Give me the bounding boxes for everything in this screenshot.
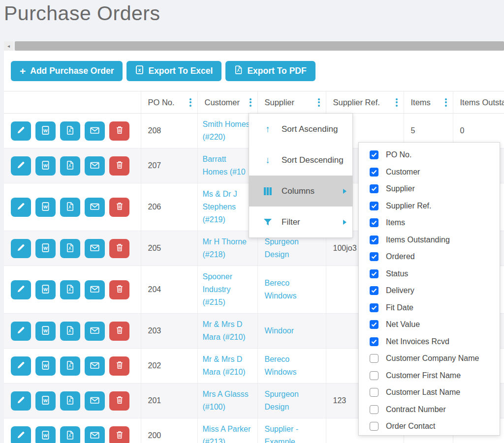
- customer-link[interactable]: Mrs A Glasss (#100): [203, 390, 249, 411]
- menu-item-filter[interactable]: Filter: [249, 207, 352, 237]
- unchecked-checkbox-icon[interactable]: [370, 371, 378, 380]
- row-delete-button[interactable]: [109, 156, 129, 176]
- column-toggle-po-no-[interactable]: PO No.: [359, 147, 500, 164]
- row-word-button[interactable]: W: [35, 198, 56, 217]
- row-word-button[interactable]: W: [35, 280, 56, 299]
- horizontal-scrollbar[interactable]: ◂: [4, 41, 504, 51]
- row-word-button[interactable]: W: [35, 391, 56, 411]
- row-edit-button[interactable]: [11, 280, 31, 299]
- unchecked-checkbox-icon[interactable]: [370, 388, 378, 397]
- row-delete-button[interactable]: [109, 239, 129, 258]
- row-email-button[interactable]: [85, 280, 105, 299]
- row-delete-button[interactable]: [109, 426, 129, 443]
- column-toggle-customer-company-name[interactable]: Customer Company Name: [359, 350, 500, 367]
- column-toggle-customer-first-name[interactable]: Customer First Name: [359, 367, 500, 384]
- row-pdf-button[interactable]: [60, 280, 80, 299]
- column-toggle-order-contact[interactable]: Order Contact: [359, 418, 500, 435]
- row-pdf-button[interactable]: [60, 356, 80, 376]
- customer-link[interactable]: Mr & Mrs D Mara (#210): [203, 320, 246, 341]
- unchecked-checkbox-icon[interactable]: [370, 405, 378, 414]
- column-toggle-items[interactable]: Items: [359, 214, 500, 232]
- row-pdf-button[interactable]: [60, 322, 80, 341]
- checked-checkbox-icon[interactable]: [370, 337, 378, 346]
- customer-link[interactable]: Spooner Industry (#215): [203, 272, 233, 306]
- checked-checkbox-icon[interactable]: [370, 150, 378, 159]
- column-toggle-net-value[interactable]: Net Value: [359, 316, 500, 333]
- supplier-link[interactable]: Bereco Windows: [265, 279, 297, 300]
- customer-link[interactable]: Ms & Dr J Stephens (#219): [203, 190, 237, 224]
- row-pdf-button[interactable]: [60, 156, 80, 176]
- supplier-link[interactable]: Spurgeon Design: [265, 237, 299, 259]
- row-email-button[interactable]: [85, 239, 105, 258]
- supplier-link[interactable]: Bereco Windows: [265, 355, 297, 376]
- scrollbar-thumb[interactable]: [15, 41, 504, 51]
- menu-item-sort-descending[interactable]: ↓Sort Descending: [249, 145, 352, 176]
- row-word-button[interactable]: W: [35, 121, 56, 141]
- row-edit-button[interactable]: [11, 121, 31, 141]
- row-delete-button[interactable]: [109, 391, 129, 411]
- checked-checkbox-icon[interactable]: [370, 286, 378, 295]
- row-word-button[interactable]: W: [35, 426, 56, 443]
- column-menu-kebab-icon[interactable]: [395, 97, 399, 108]
- export-to-pdf-button[interactable]: Export To PDF: [225, 61, 315, 81]
- column-toggle-supplier-ref-[interactable]: Supplier Ref.: [359, 198, 500, 215]
- row-delete-button[interactable]: [109, 198, 129, 217]
- supplier-link[interactable]: Spurgeon Design: [265, 390, 299, 411]
- row-pdf-button[interactable]: [60, 426, 80, 443]
- row-word-button[interactable]: W: [35, 322, 56, 341]
- row-edit-button[interactable]: [11, 239, 31, 258]
- row-email-button[interactable]: [85, 391, 105, 411]
- column-toggle-contract-number[interactable]: Contract Number: [359, 401, 500, 418]
- column-menu-kebab-icon[interactable]: [444, 97, 448, 108]
- add-purchase-order-button[interactable]: + Add Purchase Order: [11, 61, 123, 81]
- row-delete-button[interactable]: [109, 121, 129, 141]
- column-toggle-customer[interactable]: Customer: [359, 164, 500, 181]
- row-pdf-button[interactable]: [60, 239, 80, 258]
- row-edit-button[interactable]: [11, 156, 31, 176]
- scroll-left-button[interactable]: ◂: [4, 41, 13, 51]
- row-delete-button[interactable]: [109, 322, 129, 341]
- checked-checkbox-icon[interactable]: [370, 269, 378, 278]
- menu-item-columns[interactable]: Columns: [249, 176, 352, 207]
- row-edit-button[interactable]: [11, 426, 31, 443]
- checked-checkbox-icon[interactable]: [370, 236, 378, 244]
- row-pdf-button[interactable]: [60, 391, 80, 411]
- row-email-button[interactable]: [85, 121, 105, 141]
- export-to-excel-button[interactable]: x Export To Excel: [126, 61, 221, 81]
- checked-checkbox-icon[interactable]: [370, 252, 378, 261]
- row-email-button[interactable]: [85, 198, 105, 217]
- supplier-link[interactable]: Supplier - Example: [265, 425, 298, 443]
- supplier-link[interactable]: Windoor: [265, 326, 294, 335]
- checked-checkbox-icon[interactable]: [370, 202, 378, 210]
- column-toggle-fit-date[interactable]: Fit Date: [359, 299, 500, 317]
- column-toggle-customer-last-name[interactable]: Customer Last Name: [359, 384, 500, 401]
- row-delete-button[interactable]: [109, 356, 129, 376]
- customer-link[interactable]: Mr & Mrs D Mara (#210): [203, 355, 246, 376]
- checked-checkbox-icon[interactable]: [370, 168, 378, 177]
- checked-checkbox-icon[interactable]: [370, 184, 378, 193]
- row-email-button[interactable]: [85, 322, 105, 341]
- column-toggle-net-invoices-rcvd[interactable]: Net Invoices Rcvd: [359, 333, 500, 351]
- row-word-button[interactable]: W: [35, 156, 56, 176]
- customer-link[interactable]: Smith Homes (#220): [203, 120, 250, 141]
- menu-item-sort-ascending[interactable]: ↑Sort Ascending: [249, 114, 352, 145]
- row-email-button[interactable]: [85, 356, 105, 376]
- row-delete-button[interactable]: [109, 280, 129, 299]
- row-email-button[interactable]: [85, 426, 105, 443]
- customer-link[interactable]: Barratt Homes (#10: [203, 155, 246, 176]
- column-toggle-delivery[interactable]: Delivery: [359, 282, 500, 299]
- row-edit-button[interactable]: [11, 322, 31, 341]
- column-menu-kebab-icon[interactable]: [249, 97, 252, 108]
- column-toggle-items-outstanding[interactable]: Items Outstanding: [359, 232, 500, 249]
- column-toggle-ordered[interactable]: Ordered: [359, 248, 500, 266]
- customer-link[interactable]: Miss A Parker (#213): [203, 425, 251, 443]
- row-pdf-button[interactable]: [60, 198, 80, 217]
- column-menu-kebab-icon[interactable]: [189, 97, 192, 108]
- row-edit-button[interactable]: [11, 356, 31, 376]
- column-toggle-status[interactable]: Status: [359, 266, 500, 283]
- customer-link[interactable]: Mr H Thorne (#218): [203, 237, 247, 259]
- checked-checkbox-icon[interactable]: [370, 303, 378, 312]
- column-menu-kebab-icon[interactable]: [317, 97, 321, 108]
- row-edit-button[interactable]: [11, 198, 31, 217]
- checked-checkbox-icon[interactable]: [370, 218, 378, 227]
